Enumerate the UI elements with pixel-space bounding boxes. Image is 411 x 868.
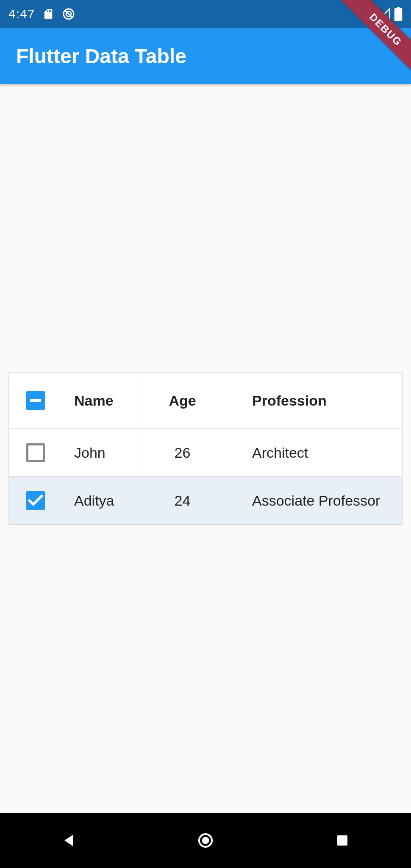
row-checkbox-cell[interactable] (9, 477, 62, 524)
row-age-cell: 26 (141, 429, 224, 476)
svg-rect-6 (337, 835, 347, 846)
select-all-cell[interactable] (9, 373, 62, 428)
row-profession-value: Architect (252, 445, 308, 461)
row-age-value: 24 (175, 492, 191, 509)
header-age[interactable]: Age (141, 373, 224, 428)
sd-card-icon (42, 7, 54, 21)
status-time: 4:47 (8, 7, 35, 21)
row-name-cell: John (62, 429, 141, 476)
row-checkbox-cell[interactable] (9, 429, 62, 476)
row-name-value: John (74, 445, 106, 461)
header-profession-label: Profession (252, 392, 327, 409)
row-age-cell: 24 (141, 477, 224, 524)
svg-rect-3 (30, 399, 41, 402)
do-not-disturb-icon (62, 7, 75, 21)
row-profession-cell: Associate Professor (224, 477, 402, 524)
table-row[interactable]: Aditya 24 Associate Professor (9, 476, 402, 524)
app-bar: Flutter Data Table (0, 28, 411, 84)
table-header-row: Name Age Profession (9, 373, 402, 428)
checkbox-checked-icon (26, 491, 45, 510)
android-nav-bar (0, 813, 411, 868)
header-age-label: Age (169, 392, 196, 409)
app-title: Flutter Data Table (16, 45, 186, 68)
row-profession-value: Associate Professor (252, 492, 380, 509)
battery-icon (394, 7, 403, 21)
checkbox-indeterminate-icon (26, 391, 45, 410)
row-age-value: 26 (175, 445, 191, 461)
data-table: Name Age Profession John 26 (8, 372, 403, 525)
svg-point-5 (202, 837, 209, 844)
row-name-cell: Aditya (62, 477, 141, 524)
checkbox-unchecked-icon (26, 443, 45, 462)
nav-home-button[interactable] (195, 830, 216, 851)
nav-recent-button[interactable] (332, 830, 353, 851)
nav-back-button[interactable] (58, 830, 79, 851)
row-name-value: Aditya (74, 492, 114, 509)
main-content: Name Age Profession John 26 (0, 84, 411, 813)
header-name-label: Name (74, 392, 114, 409)
header-profession[interactable]: Profession (224, 373, 402, 428)
row-profession-cell: Architect (224, 429, 402, 476)
header-name[interactable]: Name (62, 373, 141, 428)
table-row[interactable]: John 26 Architect (9, 428, 402, 476)
